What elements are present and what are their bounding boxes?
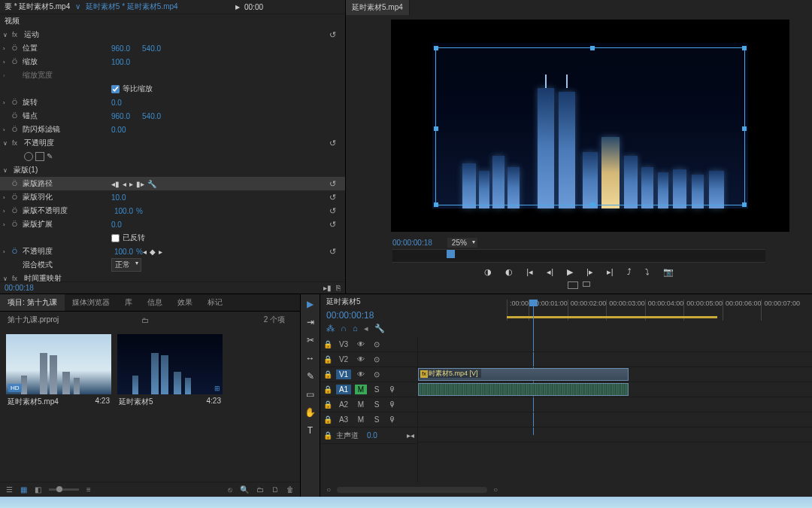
find-icon[interactable]: 🔍 <box>240 485 249 494</box>
inverted-checkbox[interactable] <box>111 234 120 242</box>
mark-out-icon[interactable]: ◐ <box>505 267 513 277</box>
kf-add-icon[interactable]: ◆ <box>150 248 156 256</box>
hand-tool-icon[interactable]: ✋ <box>304 407 316 418</box>
trash-icon[interactable]: 🗑 <box>286 485 294 494</box>
tab-markers[interactable]: 标记 <box>200 294 230 311</box>
selection-tool-icon[interactable]: ▶ <box>307 299 314 309</box>
ec-rotation[interactable]: ›Ö旋转0.0 <box>0 96 345 109</box>
reset-icon[interactable]: ↺ <box>329 179 336 189</box>
ec-mask-header[interactable]: ∨蒙版(1) <box>0 163 345 177</box>
ec-footer-timecode[interactable]: 00:00:18 <box>5 284 34 292</box>
uniform-checkbox[interactable] <box>111 85 120 93</box>
new-item-icon[interactable]: 🗋 <box>271 485 279 494</box>
marker-icon[interactable]: ⌂ <box>353 324 358 333</box>
track-a1[interactable]: 🔒A1MS🎙 <box>320 382 417 397</box>
ec-position[interactable]: ›Ö位置960.0540.0 <box>0 41 345 55</box>
tab-project[interactable]: 项目: 第十九课 <box>0 294 65 311</box>
track-v1[interactable]: 🔒V1👁⊙ <box>320 367 417 382</box>
type-tool-icon[interactable]: T <box>308 425 313 436</box>
tab-libraries[interactable]: 库 <box>117 294 140 311</box>
ec-motion[interactable]: ∨fx运动↺ <box>0 28 345 41</box>
monitor-viewport[interactable] <box>391 20 789 232</box>
track-a3[interactable]: 🔒A3MS🎙 <box>320 412 417 427</box>
ec-opacity-val[interactable]: ›Ö不透明度100.0%◂◆▸↺ <box>0 245 345 258</box>
step-back-icon[interactable]: ◂| <box>547 267 553 277</box>
sequence-name[interactable]: 延时素材5 <box>326 297 424 309</box>
ec-mask-path[interactable]: Ö蒙版路径◂▮◂▸▮▸🔧↺ <box>0 177 345 190</box>
play-icon[interactable]: ▶ <box>567 267 573 277</box>
ec-scale[interactable]: ›Ö缩放100.0 <box>0 55 345 68</box>
bin-icon[interactable]: 🗀 <box>141 316 149 324</box>
monitor-scrubber[interactable] <box>392 249 765 263</box>
reset-icon[interactable]: ↺ <box>329 193 336 202</box>
rect-mask-icon[interactable] <box>35 152 44 161</box>
track-v2[interactable]: 🔒V2👁⊙ <box>320 352 417 367</box>
kf-play-icon[interactable]: ▸ <box>129 180 133 188</box>
freeform-view-icon[interactable]: ◧ <box>35 485 41 494</box>
icon-view-icon[interactable]: ▦ <box>20 485 27 494</box>
ellipse-mask-icon[interactable] <box>24 152 33 161</box>
project-item[interactable]: ⊞ 延时素材54:23 <box>117 334 223 409</box>
snap-icon[interactable]: ⁂ <box>326 324 335 333</box>
go-end-icon[interactable]: ▸| <box>607 267 614 277</box>
track-select-tool-icon[interactable]: ⇥ <box>307 317 314 327</box>
reset-icon[interactable]: ↺ <box>329 138 336 148</box>
export-frame-icon[interactable]: 📷 <box>663 267 674 277</box>
ec-time-remap[interactable]: ∨fx时间重映射 <box>0 272 345 281</box>
tab-effects[interactable]: 效果 <box>170 294 200 311</box>
monitor-tab[interactable]: 延时素材5.mp4 <box>346 0 410 15</box>
track-v3[interactable]: 🔒V3👁⊙ <box>320 337 417 352</box>
half-res-icon[interactable] <box>583 281 590 287</box>
sort-icon[interactable]: ≡ <box>86 485 91 494</box>
ec-uniform[interactable]: 等比缩放 <box>0 82 345 96</box>
panel-icon[interactable]: ▸▮ <box>323 284 332 292</box>
settings-icon[interactable]: ◂ <box>364 324 368 333</box>
kf-prev-icon[interactable]: ◂ <box>143 248 147 256</box>
ec-opacity-section[interactable]: ∨fx不透明度↺ <box>0 136 345 150</box>
zoom-out-icon[interactable]: ○ <box>326 485 331 494</box>
playhead-icon[interactable] <box>447 250 455 258</box>
zoom-dropdown[interactable]: 25% <box>447 238 477 248</box>
step-fwd-icon[interactable]: |▸ <box>586 267 593 277</box>
full-res-icon[interactable] <box>568 281 578 289</box>
ec-mask-inverted[interactable]: 已反转 <box>0 231 345 245</box>
reset-icon[interactable]: ↺ <box>329 247 336 257</box>
ec-mask-feather[interactable]: ›Ö蒙版羽化10.0↺ <box>0 190 345 204</box>
lift-icon[interactable]: ⤴ <box>627 267 632 277</box>
list-view-icon[interactable]: ☰ <box>6 485 13 494</box>
tab-info[interactable]: 信息 <box>140 294 170 311</box>
kf-prev-icon[interactable]: ◂▮ <box>111 180 120 188</box>
ec-blend-mode[interactable]: 混合模式正常 <box>0 258 345 272</box>
kf-back-icon[interactable]: ◂ <box>123 180 126 188</box>
slip-tool-icon[interactable]: ✎ <box>307 371 314 382</box>
razor-tool-icon[interactable]: ↔ <box>306 353 315 364</box>
extract-icon[interactable]: ⤵ <box>645 267 650 277</box>
zoom-in-icon[interactable]: ○ <box>493 485 498 494</box>
linked-selection-icon[interactable]: ∩ <box>341 324 347 333</box>
monitor-timecode[interactable]: 00:00:00:18 <box>392 239 432 247</box>
pen-tool-icon[interactable]: ▭ <box>306 389 314 400</box>
ec-mask-expansion[interactable]: ›Ö蒙版扩展0.0↺ <box>0 217 345 231</box>
export-icon[interactable]: ⎘ <box>336 284 341 292</box>
video-clip[interactable]: fx延时素材5.mp4 [V] <box>418 368 629 381</box>
kf-next-icon[interactable]: ▮▸ <box>136 180 144 188</box>
ripple-edit-tool-icon[interactable]: ✂ <box>307 335 314 345</box>
tab-media-browser[interactable]: 媒体浏览器 <box>65 294 117 311</box>
ec-antiflicker[interactable]: ›Ö防闪烁滤镜0.00 <box>0 123 345 136</box>
ec-mask-shapes[interactable]: ✎ <box>0 150 345 163</box>
pen-mask-icon[interactable]: ✎ <box>47 152 56 161</box>
timeline-zoom-bar[interactable] <box>337 487 487 493</box>
project-item[interactable]: HD 延时素材5.mp44:23 <box>6 334 111 409</box>
work-area-bar[interactable] <box>507 316 717 318</box>
thumbnail-size-slider[interactable] <box>49 488 79 491</box>
track-master[interactable]: 🔒主声道0.0▸◂ <box>320 427 417 444</box>
audio-clip[interactable] <box>418 383 629 396</box>
reset-icon[interactable]: ↺ <box>329 206 336 216</box>
new-bin-icon[interactable]: 🗀 <box>256 485 264 494</box>
automate-icon[interactable]: ⎋ <box>228 485 232 494</box>
timeline-timecode[interactable]: 00:00:00:18 <box>326 309 424 322</box>
wrench-icon[interactable]: 🔧 <box>147 180 156 188</box>
blend-mode-dropdown[interactable]: 正常 <box>111 258 141 272</box>
wrench-icon[interactable]: 🔧 <box>374 324 385 333</box>
reset-icon[interactable]: ↺ <box>329 30 336 40</box>
